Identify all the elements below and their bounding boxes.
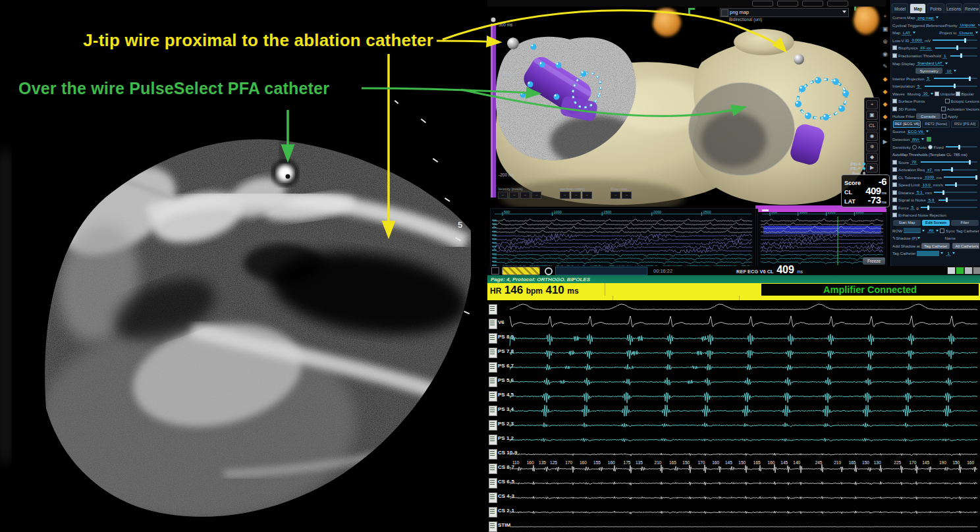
restore-button[interactable] — [964, 267, 973, 275]
egm-review-left-panel[interactable]: 5001000150020002500 — [490, 208, 756, 267]
map-toolbar[interactable]: +▣CL◉⊕◆▶ — [864, 97, 880, 175]
rail-icon-3[interactable]: ◉ — [881, 50, 890, 59]
center-icon[interactable]: ⊕ — [866, 142, 878, 151]
channel-icon[interactable] — [489, 478, 497, 489]
slider[interactable] — [935, 47, 977, 49]
dropdown-value[interactable]: 10 — [922, 91, 929, 96]
slider[interactable] — [921, 161, 977, 163]
close-button[interactable] — [973, 267, 980, 275]
checkbox[interactable] — [892, 190, 897, 195]
slider[interactable] — [934, 192, 977, 193]
tab-points[interactable]: Points — [927, 3, 944, 13]
channel-icon[interactable] — [489, 420, 497, 431]
control-cell[interactable]: – — [531, 192, 541, 199]
checkbox[interactable] — [892, 175, 897, 180]
control-cell[interactable]: – — [520, 192, 530, 199]
checkbox[interactable] — [945, 99, 950, 103]
control-cell[interactable]: – — [560, 192, 570, 199]
channel-icon[interactable] — [489, 464, 497, 474]
channel-icon[interactable] — [489, 492, 497, 503]
map-3d-view[interactable] — [487, 0, 886, 207]
slider[interactable] — [946, 146, 977, 147]
checkbox[interactable] — [935, 92, 939, 96]
rail-icon-2[interactable]: ⊕ — [881, 38, 890, 46]
control-cell[interactable]: – — [611, 192, 620, 199]
pan-icon[interactable]: + — [866, 100, 878, 109]
slider[interactable] — [934, 78, 977, 79]
toolbar-icon[interactable] — [491, 267, 499, 275]
slider[interactable] — [925, 86, 977, 87]
dropdown-value[interactable]: Standard LAT — [916, 61, 944, 66]
checkbox[interactable] — [892, 107, 897, 111]
freeze-button[interactable]: Freeze — [863, 257, 885, 265]
rail-icon-1[interactable]: ▣ — [881, 25, 890, 34]
channel-icon[interactable] — [489, 333, 497, 344]
ref-tab[interactable]: RSV [PS All] — [951, 120, 979, 128]
channel-icon[interactable] — [489, 348, 497, 358]
checkbox[interactable] — [892, 167, 897, 172]
filter-button[interactable]: Filter — [951, 220, 979, 226]
dropdown-value[interactable]: ECG-V6 — [907, 129, 925, 134]
map-bottom-controls[interactable]: Velocity (mm/s)––––Isochron (ms/c)–––Res… — [498, 187, 650, 199]
checkbox[interactable] — [892, 213, 897, 217]
rail-icon-0[interactable]: + — [881, 13, 890, 21]
map-top-button[interactable] — [802, 1, 823, 7]
cycle-length-icon[interactable]: CL — [866, 121, 878, 130]
channel-icon[interactable] — [489, 391, 497, 402]
radio-auto[interactable] — [912, 145, 917, 149]
dropdown-value[interactable]: RVr — [911, 137, 920, 142]
grid-icon[interactable]: ▣ — [866, 111, 878, 120]
channel-icon[interactable] — [489, 507, 497, 518]
slider[interactable] — [950, 55, 977, 57]
tab-lesions[interactable]: Lesions — [946, 3, 962, 13]
slider[interactable] — [933, 40, 977, 41]
rail-icon-6[interactable]: ◆ — [881, 88, 890, 96]
sidebar-tabs[interactable]: ModelMapPointsLesionsReview — [891, 3, 980, 13]
all-catheters-button[interactable]: All Catheters — [952, 243, 979, 249]
tab-map[interactable]: Map — [910, 3, 926, 13]
channel-icon[interactable] — [489, 319, 497, 329]
minimize-button[interactable] — [947, 267, 956, 275]
rail-icon-9[interactable]: ● — [881, 125, 890, 134]
target-icon[interactable]: ◉ — [866, 132, 878, 141]
rail-icon-10[interactable]: ▶ — [881, 138, 890, 146]
checkbox[interactable] — [940, 228, 944, 233]
channel-icon[interactable] — [489, 406, 497, 416]
record-ring-icon[interactable] — [545, 267, 553, 275]
channel-icon[interactable] — [489, 449, 497, 460]
symmetry-button[interactable]: Symmetry — [915, 68, 943, 74]
checkbox[interactable] — [892, 99, 897, 103]
tab-review[interactable]: Review — [964, 3, 980, 13]
dropdown-value[interactable]: 1 — [946, 251, 950, 256]
checkbox[interactable] — [892, 198, 897, 202]
checkbox[interactable] — [941, 107, 946, 111]
dropdown-value[interactable]: Unipolar — [959, 22, 977, 28]
dropdown-value[interactable]: LAT — [902, 30, 912, 36]
checkbox[interactable] — [892, 182, 897, 187]
record-pause-badge[interactable] — [502, 267, 540, 275]
control-cell[interactable]: – — [509, 192, 519, 199]
checkbox[interactable] — [892, 160, 897, 165]
radio-fixed[interactable] — [928, 145, 933, 149]
channel-icon[interactable] — [489, 377, 497, 387]
slider[interactable] — [921, 207, 977, 208]
tab-model[interactable]: Model — [892, 3, 908, 13]
dropdown-value[interactable]: png map — [916, 15, 935, 20]
window-green-button[interactable] — [956, 267, 964, 275]
checkbox[interactable] — [892, 45, 897, 50]
slider[interactable] — [945, 184, 977, 186]
map-view-selector[interactable]: png map — [720, 8, 849, 17]
edit-screen-button[interactable]: Edit Screen — [922, 220, 950, 226]
console-button[interactable]: Console — [916, 113, 940, 119]
dropdown-value[interactable]: Closest — [958, 30, 974, 36]
checkbox[interactable] — [956, 92, 960, 96]
checkbox[interactable] — [892, 205, 897, 210]
channel-icon[interactable] — [489, 304, 497, 315]
slider[interactable] — [939, 200, 977, 201]
channel-icon[interactable] — [489, 435, 497, 445]
slider[interactable] — [942, 169, 977, 171]
rail-icon-8[interactable]: ◆ — [881, 113, 890, 121]
pointer-icon[interactable]: ▶ — [866, 163, 878, 173]
slider[interactable] — [944, 176, 977, 178]
dropdown-value[interactable]: 10 — [945, 68, 952, 74]
